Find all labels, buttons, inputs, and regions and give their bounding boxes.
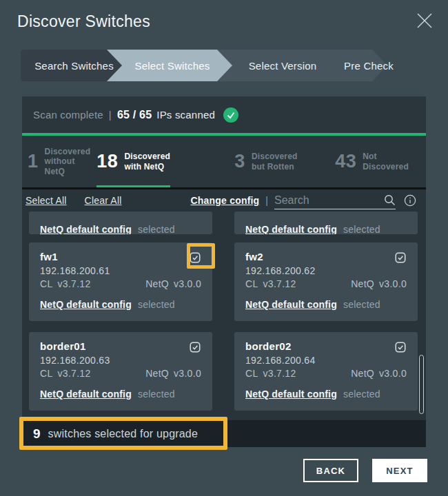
checkbox-checked-icon[interactable] [394,251,407,264]
scan-count-suffix: IPs scanned [156,109,215,121]
switch-name: border02 [245,340,292,352]
next-button[interactable]: NEXT [372,459,427,482]
search-field [274,192,396,209]
checkbox-checked-icon[interactable] [189,341,201,353]
switch-versions: CLv3.7.12 NetQv3.0.0 [245,368,407,379]
scan-status-text: Scan complete [33,109,103,121]
switch-name: border01 [40,340,86,352]
tab-count: 1 [28,151,39,172]
clear-all-link[interactable]: Clear All [85,195,122,206]
tab-count: 43 [335,151,356,172]
change-config-link[interactable]: Change config [191,195,260,206]
scan-count: 65 / 65 [117,109,152,121]
config-suffix: selected [343,299,380,310]
switch-ip: 192.168.200.61 [40,265,201,276]
config-link[interactable]: NetQ default config [40,299,132,310]
netq-label: NetQ [351,278,374,289]
scan-status-row: Scan complete | 65 / 65 IPs scanned [22,96,426,133]
checkbox-checked-icon[interactable] [189,251,201,264]
step-select-switches[interactable]: Select Switches [128,50,217,81]
config-link[interactable]: NetQ default config [245,389,337,400]
checkbox-checked-icon[interactable] [394,341,407,353]
toolbar-separator: | [265,195,268,206]
info-icon[interactable] [404,194,416,207]
selected-count: 9 [33,426,41,442]
cl-version: v3.7.12 [58,278,91,289]
selected-count-label: switches selected for upgrade [48,428,198,440]
config-suffix: selected [343,389,380,400]
tab-label: Discovered with NetQ [124,152,174,171]
tab-discovered-without-netq[interactable]: 1 Discovered without NetQ [28,136,96,187]
page-title: Discover Switches [17,12,150,31]
cl-version: v3.7.12 [58,368,91,379]
config-link[interactable]: NetQ default config [245,224,337,234]
switch-card-partial[interactable]: NetQ default config selected [234,211,418,234]
tab-label: Discovered but Rotten [252,152,304,171]
config-link[interactable]: NetQ default config [40,224,132,234]
cl-version: v3.7.12 [263,278,296,289]
switch-ip: 192.168.200.63 [40,355,201,366]
step-pre-check[interactable]: Pre Check [334,50,403,81]
switch-card-border01[interactable]: border01 192.168.200.63 CLv3.7.12 NetQv3… [29,332,212,411]
netq-version: v3.0.0 [174,368,201,379]
cl-version: v3.7.12 [263,368,296,379]
tab-label: Not Discovered [363,152,415,171]
netq-version: v3.0.0 [379,368,407,379]
discovery-tabs: 1 Discovered without NetQ 18 Discovered … [22,136,426,187]
switch-ip: 192.168.200.62 [245,265,407,276]
switch-versions: CLv3.7.12 NetQv3.0.0 [245,278,407,289]
discovery-panel: Scan complete | 65 / 65 IPs scanned 1 Di… [22,96,426,447]
tab-count: 18 [96,151,118,172]
switch-card-border02[interactable]: border02 192.168.200.64 CLv3.7.12 NetQv3… [234,332,418,411]
cl-label: CL [245,278,258,289]
config-link[interactable]: NetQ default config [245,299,337,310]
netq-version: v3.0.0 [174,278,201,289]
netq-label: NetQ [145,278,169,289]
config-link[interactable]: NetQ default config [40,389,132,400]
wizard-stepper: Search Switches Select Switches Select V… [21,50,420,81]
cl-label: CL [40,368,53,379]
config-suffix: selected [138,299,175,310]
switch-card-fw1[interactable]: fw1 192.168.200.61 CLv3.7.12 NetQv3.0.0 … [29,242,212,321]
select-all-link[interactable]: Select All [26,195,67,206]
cl-label: CL [40,278,53,289]
netq-version: v3.0.0 [379,278,407,289]
switch-card-fw2[interactable]: fw2 192.168.200.62 CLv3.7.12 NetQv3.0.0 … [234,242,418,321]
config-suffix: selected [138,389,175,400]
search-icon[interactable] [384,194,396,206]
config-suffix: selected [343,224,380,234]
cl-label: CL [245,368,258,379]
tab-discovered-but-rotten[interactable]: 3 Discovered but Rotten [234,136,325,187]
scrollbar-thumb[interactable] [419,355,424,414]
close-icon[interactable] [415,11,434,30]
tab-label: Discovered without NetQ [45,147,92,176]
switch-versions: CLv3.7.12 NetQv3.0.0 [40,368,201,379]
config-suffix: selected [138,224,175,234]
switch-ip: 192.168.200.64 [245,355,407,366]
netq-label: NetQ [145,368,169,379]
search-input[interactable] [274,194,376,207]
scan-separator: | [109,109,112,121]
tab-count: 3 [234,151,245,172]
switch-card-list[interactable]: NetQ default config selected NetQ defaul… [22,211,426,420]
step-select-version[interactable]: Select Version [241,50,324,81]
tab-not-discovered[interactable]: 43 Not Discovered [335,136,426,187]
switch-card-partial[interactable]: NetQ default config selected [29,211,212,234]
scan-complete-check-icon [223,107,238,123]
switch-name: fw2 [245,251,263,262]
switch-name: fw1 [40,251,58,262]
tab-discovered-with-netq[interactable]: 18 Discovered with NetQ [96,136,174,187]
netq-label: NetQ [351,368,374,379]
switch-versions: CLv3.7.12 NetQv3.0.0 [40,278,201,289]
step-search-switches[interactable]: Search Switches [28,50,121,81]
back-button[interactable]: BACK [303,459,358,482]
selection-toolbar: Select All Clear All Change config | [22,189,426,211]
selection-summary-bar: 9 switches selected for upgrade [22,420,426,447]
